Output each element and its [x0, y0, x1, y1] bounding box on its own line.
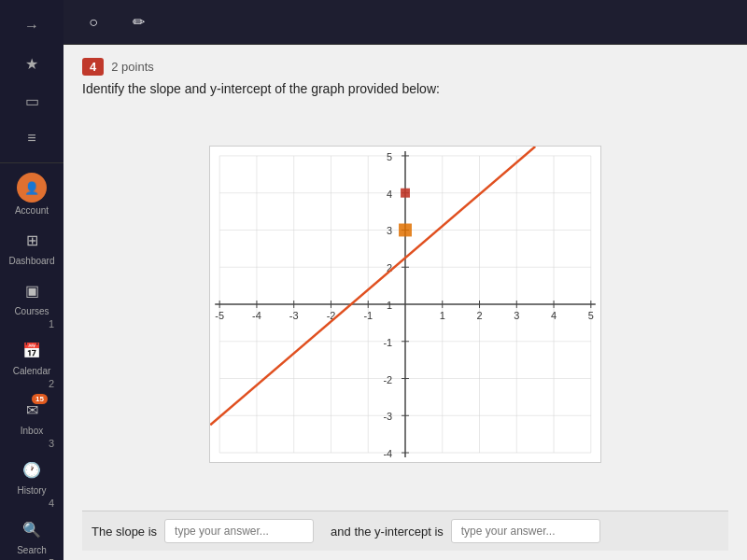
- intercept-input[interactable]: [451, 519, 600, 543]
- list-icon: ≡: [27, 130, 35, 147]
- svg-text:-1: -1: [363, 310, 373, 321]
- question-header: 4 2 points: [82, 58, 728, 76]
- inbox-badge: 15: [32, 394, 48, 404]
- svg-text:-1: -1: [383, 337, 392, 348]
- question-text: Identify the slope and y-intercept of th…: [82, 81, 728, 96]
- row-number-1: 1: [0, 318, 63, 329]
- calendar-label: Calendar: [13, 366, 51, 376]
- circle-icon: ○: [89, 14, 98, 31]
- search-label: Search: [17, 545, 47, 555]
- answer-row: The slope is and the y-intercept is: [82, 511, 728, 551]
- pin-button[interactable]: ★: [13, 47, 50, 80]
- sidebar-item-history[interactable]: 🕐 History: [0, 451, 63, 501]
- svg-text:-3: -3: [289, 310, 299, 321]
- svg-text:5: 5: [387, 151, 392, 162]
- svg-text:-5: -5: [215, 310, 224, 321]
- top-bar: ○ ✏: [63, 0, 747, 45]
- svg-text:3: 3: [514, 310, 519, 321]
- collapse-button[interactable]: →: [13, 9, 50, 43]
- sidebar-item-courses[interactable]: ▣ Courses: [0, 272, 63, 322]
- svg-text:-4: -4: [252, 310, 261, 321]
- sidebar-top-icons: → ★ ▭ ≡: [0, 7, 63, 163]
- courses-icon: ▣: [19, 277, 45, 303]
- main-content: ○ ✏ 4 2 points Identify the slope and y-…: [63, 0, 747, 560]
- inbox-label: Inbox: [21, 426, 43, 436]
- svg-text:-4: -4: [383, 448, 392, 459]
- row-number-4: 4: [0, 497, 63, 509]
- sidebar-item-inbox[interactable]: ✉ 15 Inbox: [0, 391, 63, 441]
- sidebar-item-account[interactable]: 👤 Account: [0, 167, 63, 221]
- svg-text:4: 4: [551, 310, 557, 321]
- inbox-badge-wrapper: ✉ 15: [19, 397, 45, 423]
- calendar-icon: 📅: [19, 337, 45, 363]
- svg-text:3: 3: [387, 225, 392, 236]
- slope-input[interactable]: [164, 519, 314, 543]
- pencil-icon: ✏: [133, 13, 145, 31]
- dashboard-label: Dashboard: [9, 256, 55, 266]
- intercept-label: and the y-intercept is: [331, 525, 444, 539]
- courses-label: Courses: [14, 306, 49, 316]
- svg-text:5: 5: [588, 310, 594, 321]
- svg-text:4: 4: [387, 189, 392, 200]
- square-icon: ▭: [25, 92, 39, 110]
- avatar: 👤: [17, 173, 47, 203]
- row-number-2: 2: [0, 378, 63, 389]
- svg-rect-59: [401, 189, 410, 198]
- history-label: History: [17, 485, 46, 496]
- slope-label: The slope is: [92, 525, 157, 539]
- sidebar-item-calendar[interactable]: 📅 Calendar: [0, 331, 63, 382]
- pencil-button[interactable]: ✏: [120, 6, 157, 39]
- svg-text:2: 2: [476, 310, 482, 321]
- svg-text:1: 1: [440, 310, 445, 321]
- square-button[interactable]: ▭: [13, 84, 50, 118]
- sidebar-item-search[interactable]: 🔍 Search: [0, 511, 63, 560]
- collapse-icon: →: [24, 18, 39, 35]
- sidebar: → ★ ▭ ≡ 👤 Account ⊞ Dashboard ▣ Courses …: [0, 0, 63, 560]
- coordinate-graph: -5 -4 -3 -2 -1 1 2 3 4 5 5 4 3 2 1 -1: [209, 146, 601, 463]
- svg-text:-2: -2: [383, 374, 392, 385]
- search-icon: 🔍: [19, 516, 45, 542]
- dashboard-icon: ⊞: [19, 227, 45, 253]
- question-number: 4: [82, 58, 104, 76]
- row-number-3: 3: [0, 438, 63, 449]
- pin-icon: ★: [25, 55, 38, 73]
- content-area: 4 2 points Identify the slope and y-inte…: [63, 45, 747, 560]
- svg-text:1: 1: [387, 300, 392, 311]
- points-label: 2 points: [111, 60, 154, 74]
- list-button[interactable]: ≡: [13, 121, 50, 155]
- svg-text:-3: -3: [383, 411, 392, 422]
- account-label: Account: [15, 205, 49, 216]
- svg-line-57: [210, 147, 535, 425]
- graph-container: -5 -4 -3 -2 -1 1 2 3 4 5 5 4 3 2 1 -1: [82, 105, 728, 503]
- svg-rect-58: [399, 224, 412, 237]
- circle-button[interactable]: ○: [75, 6, 112, 39]
- history-icon: 🕐: [19, 456, 45, 483]
- sidebar-item-dashboard[interactable]: ⊞ Dashboard: [0, 221, 63, 272]
